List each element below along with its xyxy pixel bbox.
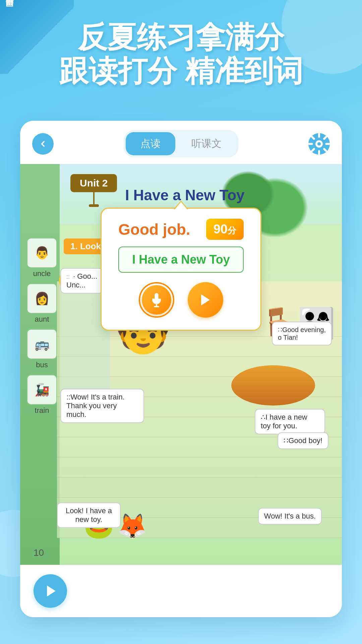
nav-bar: 点读 听课文 bbox=[20, 121, 342, 164]
vocab-train[interactable]: 🚂 train bbox=[27, 375, 57, 415]
train-label: train bbox=[35, 406, 49, 415]
vocab-sidebar: 👨 uncle 👩 aunt 🚌 bus 🚂 train bbox=[27, 238, 57, 415]
vocab-bus[interactable]: 🚌 bus bbox=[27, 329, 57, 369]
speech-bubble-good-uncle: · Goo...Unc... bbox=[60, 268, 103, 293]
svg-point-0 bbox=[316, 141, 322, 147]
unit-badge-area: Unit 2 I Have a New Toy bbox=[70, 174, 245, 207]
bottom-play-area bbox=[20, 565, 342, 617]
content-area: Unit 2 I Have a New Toy 1. Look, listen bbox=[20, 164, 342, 565]
score-popup: Good job. 90分 I Have a New Toy bbox=[101, 208, 261, 331]
score-sentence: I Have a New Toy bbox=[118, 247, 244, 273]
nav-tabs: 点读 听课文 bbox=[124, 130, 238, 157]
speech-bubble-good-boy: ∷Good boy! bbox=[278, 432, 328, 449]
mic-icon bbox=[149, 292, 164, 307]
page-number: 10 bbox=[34, 547, 44, 558]
svg-marker-6 bbox=[47, 586, 56, 597]
ribbon-text: 同步口语提升 bbox=[4, 7, 15, 13]
aunt-label: aunt bbox=[35, 315, 49, 324]
bus-label: bus bbox=[36, 361, 48, 369]
good-job-text: Good job. bbox=[118, 220, 190, 238]
popup-notch bbox=[174, 201, 188, 211]
score-top-row: Good job. 90分 bbox=[118, 219, 244, 240]
tab-dian-du[interactable]: 点读 bbox=[126, 132, 175, 155]
app-card: 点读 听课文 bbox=[20, 121, 342, 617]
textbook-illustration: Unit 2 I Have a New Toy 1. Look, listen bbox=[20, 164, 342, 565]
speech-bubble-good-evening: ∷Good evening,o Tian! bbox=[272, 322, 332, 345]
uncle-image: 👨 bbox=[27, 238, 57, 268]
vocab-uncle[interactable]: 👨 uncle bbox=[27, 238, 57, 278]
svg-marker-5 bbox=[201, 294, 210, 306]
score-badge: 90分 bbox=[206, 219, 244, 240]
speech-bubble-frog-right: Wow! It's a bus. bbox=[258, 508, 322, 525]
bottom-play-icon bbox=[44, 584, 59, 598]
bottom-play-button[interactable] bbox=[34, 574, 67, 608]
bus-image: 🚌 bbox=[27, 329, 57, 359]
tab-ting-ke-wen[interactable]: 听课文 bbox=[177, 132, 236, 155]
unit-badge: Unit 2 bbox=[70, 174, 117, 192]
round-table bbox=[231, 365, 315, 406]
record-button[interactable] bbox=[139, 282, 174, 318]
back-button[interactable] bbox=[32, 133, 54, 155]
speech-bubble-frog-left: Look! I have a new toy. bbox=[57, 502, 121, 528]
aunt-image: 👩 bbox=[27, 283, 57, 314]
play-button[interactable] bbox=[188, 282, 223, 318]
vocab-aunt[interactable]: 👩 aunt bbox=[27, 283, 57, 324]
uncle-label: uncle bbox=[33, 269, 51, 278]
score-buttons bbox=[118, 282, 244, 318]
settings-button[interactable] bbox=[308, 133, 330, 155]
speech-bubble-wow-train: ::Wow! It's a train. Thank you very much… bbox=[60, 389, 144, 423]
play-icon bbox=[198, 292, 213, 307]
speech-bubble-new-toy: ∴I have a new toy for you. bbox=[255, 409, 325, 434]
train-image: 🚂 bbox=[27, 375, 57, 405]
